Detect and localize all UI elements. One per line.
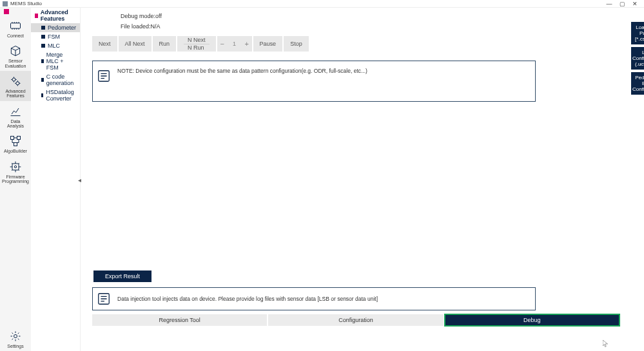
n-run-label: N Run <box>184 44 210 52</box>
bullet-icon <box>41 35 45 39</box>
bullet-icon <box>41 44 45 48</box>
svg-rect-6 <box>12 164 19 170</box>
note-icon <box>97 69 111 83</box>
stop-button[interactable]: Stop <box>284 36 309 52</box>
sidenav-item-fsm[interactable]: FSM <box>31 32 80 41</box>
sidenav-heading-label: Advanced Features <box>41 9 76 22</box>
sidenav-item-mlc[interactable]: MLC <box>31 41 80 50</box>
rail-data-analysis[interactable]: Data Analysis <box>0 101 31 131</box>
chip-icon <box>9 160 22 173</box>
tab-regression[interactable]: Regression Tool <box>92 314 267 326</box>
connect-icon <box>9 19 22 32</box>
collapse-handle[interactable]: ◂ <box>78 176 81 184</box>
load-configuration-button[interactable]: Load Configuration (.ucf, .json) <box>631 47 644 70</box>
svg-point-1 <box>12 78 15 81</box>
rail-sensor-evaluation[interactable]: Sensor Evaluation <box>0 41 31 71</box>
svg-point-7 <box>14 166 16 167</box>
rail-connect[interactable]: Connect <box>0 15 31 41</box>
file-loaded-status: File loaded:N/A <box>121 23 620 30</box>
rail-settings[interactable]: Settings <box>0 326 31 351</box>
rail-data-analysis-label: Data Analysis <box>7 119 24 129</box>
right-panel: Load Data Pattern [*.csv, *.txt] Load Co… <box>627 8 644 351</box>
close-button[interactable]: ✕ <box>629 1 641 7</box>
note-box: NOTE: Device configuration must be the s… <box>92 61 536 102</box>
mouse-cursor-icon <box>603 340 609 348</box>
note-text: NOTE: Device configuration must be the s… <box>117 66 367 83</box>
rail-algobuilder[interactable]: AlgoBuilder <box>0 131 31 156</box>
side-nav: Advanced Features Pedometer FSM MLC Merg… <box>31 8 81 351</box>
pedometer-easy-config-button[interactable]: Pedometer Easy Configuration <box>631 72 644 95</box>
sidenav-heading: Advanced Features <box>31 8 80 23</box>
rail-settings-label: Settings <box>7 344 23 348</box>
note-icon <box>97 292 111 306</box>
bullet-icon <box>41 93 43 97</box>
all-next-button[interactable]: All Next <box>119 36 151 52</box>
gear-icon <box>9 330 22 343</box>
svg-rect-5 <box>14 143 17 146</box>
bullet-icon <box>41 59 44 63</box>
sidenav-item-pedometer[interactable]: Pedometer <box>31 23 80 32</box>
n-next-run-button[interactable]: N Next N Run <box>177 36 216 52</box>
info-box: Data injection tool injects data on devi… <box>92 287 536 310</box>
sidenav-item-label: C code generation <box>46 73 76 86</box>
bullet-icon <box>41 26 45 30</box>
svg-rect-4 <box>17 137 21 140</box>
app-icon <box>3 1 8 6</box>
titlebar: MEMS Studio — ▢ ✕ <box>0 0 644 8</box>
next-button[interactable]: Next <box>92 36 117 52</box>
sidenav-item-label: Merge MLC + FSM <box>46 52 76 71</box>
rail-brand <box>0 8 31 15</box>
export-result-button[interactable]: Export Result <box>93 270 151 282</box>
rail-firmware-programming[interactable]: Firmware Programming <box>0 157 31 187</box>
count-value: 1 <box>228 41 242 47</box>
svg-rect-3 <box>11 137 14 140</box>
load-data-pattern-button[interactable]: Load Data Pattern [*.csv, *.txt] <box>631 22 644 44</box>
sidenav-item-ccode[interactable]: C code generation <box>31 72 80 88</box>
square-bullet-icon <box>35 14 38 18</box>
count-increment[interactable]: + <box>242 36 252 52</box>
count-decrement[interactable]: − <box>217 36 228 52</box>
left-rail: Connect Sensor Evaluation Advanced Featu… <box>0 8 31 351</box>
chart-icon <box>9 105 22 118</box>
run-button[interactable]: Run <box>153 36 177 52</box>
rail-connect-label: Connect <box>7 33 24 38</box>
rail-algobuilder-label: AlgoBuilder <box>4 149 27 153</box>
tab-debug[interactable]: Debug <box>445 314 620 326</box>
window-title: MEMS Studio <box>10 1 42 6</box>
sidenav-item-merge[interactable]: Merge MLC + FSM <box>31 50 80 72</box>
cube-icon <box>9 44 22 57</box>
count-stepper: − 1 + <box>217 36 252 52</box>
bullet-icon <box>41 78 44 82</box>
maximize-button[interactable]: ▢ <box>616 1 629 7</box>
bottom-tabs: Regression Tool Configuration Debug <box>92 314 620 326</box>
debug-toolbar: Next All Next Run N Next N Run − 1 + Pau… <box>92 36 620 52</box>
debug-mode-status: Debug mode:off <box>121 13 620 19</box>
tab-configuration[interactable]: Configuration <box>268 314 443 326</box>
main-content: ◂ Debug mode:off File loaded:N/A Next Al… <box>81 8 627 351</box>
nodes-icon <box>9 135 22 147</box>
rail-firmware-label: Firmware Programming <box>2 175 29 184</box>
sidenav-item-label: MLC <box>48 43 60 49</box>
sidenav-item-label: FSM <box>48 33 60 40</box>
minimize-button[interactable]: — <box>603 1 616 7</box>
rail-advanced-features[interactable]: Advanced Features <box>0 71 31 101</box>
sidenav-item-label: HSDatalog Converter <box>46 89 76 102</box>
rail-sensor-evaluation-label: Sensor Evaluation <box>5 59 26 68</box>
svg-rect-0 <box>11 23 21 28</box>
sidenav-item-label: Pedometer <box>48 24 76 31</box>
gears-icon <box>9 75 22 88</box>
pause-button[interactable]: Pause <box>253 36 283 52</box>
sidenav-item-hsdatalog[interactable]: HSDatalog Converter <box>31 88 80 103</box>
rail-advanced-features-label: Advanced Features <box>5 89 25 99</box>
info-text: Data injection tool injects data on devi… <box>117 296 378 302</box>
svg-point-2 <box>16 82 19 85</box>
output-area <box>92 102 620 270</box>
n-next-label: N Next <box>184 37 210 44</box>
svg-point-8 <box>14 334 17 337</box>
